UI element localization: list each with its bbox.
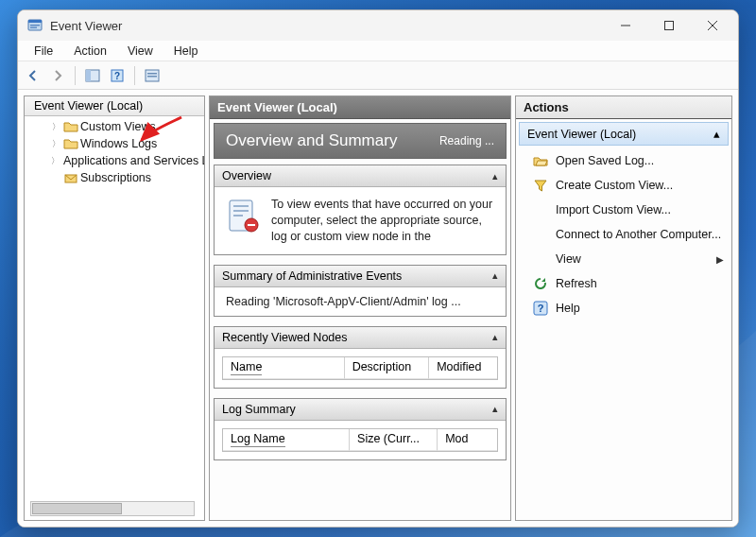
svg-rect-20 <box>233 210 249 212</box>
event-viewer-window: Event Viewer File Action View Help ? Eve… <box>17 9 739 528</box>
menubar: File Action View Help <box>18 41 738 61</box>
col-size[interactable]: Size (Curr... <box>350 429 438 451</box>
menu-help[interactable]: Help <box>163 41 209 61</box>
svg-text:?: ? <box>538 303 544 314</box>
section-admin-summary: Summary of Administrative Events ▴ Readi… <box>214 265 507 317</box>
action-label: Refresh <box>556 277 597 290</box>
menu-action[interactable]: Action <box>63 41 117 61</box>
collapse-icon[interactable]: ▴ <box>492 269 498 282</box>
action-label: Connect to Another Computer... <box>556 228 721 241</box>
close-button[interactable] <box>691 10 734 41</box>
section-header[interactable]: Overview ▴ <box>215 165 506 187</box>
tree-item-custom-views[interactable]: 〉 Custom Views <box>25 118 204 135</box>
tree-root[interactable]: Event Viewer (Local) <box>25 96 204 116</box>
folder-open-icon <box>533 153 548 168</box>
toolbar: ? <box>18 61 738 90</box>
section-header[interactable]: Summary of Administrative Events ▴ <box>215 266 506 287</box>
svg-rect-23 <box>248 224 255 226</box>
overview-info-icon <box>224 197 262 234</box>
col-modified[interactable]: Modified <box>429 357 497 379</box>
actions-header: Actions <box>516 96 731 119</box>
section-recent-nodes: Recently Viewed Nodes ▴ Name Description… <box>214 326 507 389</box>
minimize-button[interactable] <box>604 10 647 41</box>
section-log-summary: Log Summary ▴ Log Name Size (Curr... Mod <box>214 398 507 460</box>
section-title: Summary of Administrative Events <box>222 269 402 283</box>
recent-nodes-table: Name Description Modified <box>222 356 498 380</box>
expand-icon[interactable]: 〉 <box>51 155 60 167</box>
horizontal-scrollbar[interactable] <box>30 501 195 516</box>
action-help[interactable]: ? Help <box>516 296 731 320</box>
action-label: Create Custom View... <box>556 179 673 192</box>
action-connect-computer[interactable]: Connect to Another Computer... <box>516 222 731 247</box>
subscriptions-icon <box>63 170 78 185</box>
svg-rect-13 <box>147 73 157 75</box>
collapse-icon[interactable]: ▴ <box>492 403 498 415</box>
svg-rect-3 <box>30 27 37 28</box>
maximize-button[interactable] <box>647 10 691 41</box>
console-tree-panel: Event Viewer (Local) 〉 Custom Views 〉 Wi… <box>24 95 205 521</box>
details-header: Event Viewer (Local) <box>210 96 510 119</box>
admin-summary-text: Reading 'Microsoft-AppV-Client/Admin' lo… <box>226 295 461 308</box>
section-header[interactable]: Recently Viewed Nodes ▴ <box>215 327 506 349</box>
action-open-saved-log[interactable]: Open Saved Log... <box>516 148 731 173</box>
section-title: Recently Viewed Nodes <box>222 331 347 344</box>
blank-icon <box>533 227 548 242</box>
action-label: Open Saved Log... <box>556 154 654 167</box>
col-name[interactable]: Name <box>223 357 345 379</box>
overview-title: Overview and Summary <box>226 131 397 150</box>
action-create-custom-view[interactable]: Create Custom View... <box>516 173 731 198</box>
svg-rect-5 <box>665 22 674 30</box>
action-import-custom-view[interactable]: Import Custom View... <box>516 198 731 222</box>
log-summary-table: Log Name Size (Curr... Mod <box>222 428 498 452</box>
section-header[interactable]: Log Summary ▴ <box>215 399 506 421</box>
details-panel: Event Viewer (Local) Overview and Summar… <box>209 95 511 521</box>
tree-item-subscriptions[interactable]: 〉 Subscriptions <box>25 169 204 186</box>
col-log-name[interactable]: Log Name <box>223 429 350 451</box>
tree-item-label: Applications and Services Logs <box>63 154 204 167</box>
back-button[interactable] <box>22 64 44 87</box>
section-overview: Overview ▴ To view events that have occu… <box>214 165 507 255</box>
section-title: Log Summary <box>222 403 296 416</box>
tree-item-label: Windows Logs <box>80 137 157 150</box>
window-title: Event Viewer <box>50 19 122 33</box>
properties-button[interactable] <box>141 64 163 87</box>
tree-root-label: Event Viewer (Local) <box>34 99 143 113</box>
help-icon: ? <box>533 301 548 316</box>
svg-rect-2 <box>30 25 40 26</box>
chevron-right-icon: ▶ <box>716 254 724 265</box>
overview-status: Reading ... <box>439 134 494 147</box>
forward-button[interactable] <box>46 64 69 87</box>
svg-rect-14 <box>147 76 157 78</box>
actions-group-header[interactable]: Event Viewer (Local) ▴ <box>519 122 729 146</box>
section-title: Overview <box>222 169 271 182</box>
blank-icon <box>533 251 548 267</box>
menu-file[interactable]: File <box>24 41 63 61</box>
collapse-icon[interactable]: ▴ <box>713 127 720 141</box>
menu-view[interactable]: View <box>117 41 163 61</box>
show-hide-tree-button[interactable] <box>81 64 104 87</box>
actions-panel: Actions Event Viewer (Local) ▴ Open Save… <box>515 95 732 521</box>
toolbar-separator <box>134 66 135 85</box>
expand-icon[interactable]: 〉 <box>51 121 61 133</box>
col-description[interactable]: Description <box>345 357 430 379</box>
action-label: Help <box>556 302 580 315</box>
app-icon <box>27 18 43 33</box>
titlebar[interactable]: Event Viewer <box>18 10 738 41</box>
svg-rect-19 <box>233 205 249 207</box>
svg-rect-9 <box>86 70 91 81</box>
tree-item-windows-logs[interactable]: 〉 Windows Logs <box>25 135 204 152</box>
col-mod[interactable]: Mod <box>438 429 497 451</box>
collapse-icon[interactable]: ▴ <box>492 331 498 343</box>
svg-rect-1 <box>28 20 42 23</box>
folder-icon <box>63 136 78 151</box>
action-refresh[interactable]: Refresh <box>516 271 731 296</box>
collapse-icon[interactable]: ▴ <box>492 170 498 182</box>
action-view-submenu[interactable]: View ▶ <box>516 247 731 271</box>
blank-icon <box>533 202 548 217</box>
help-button[interactable]: ? <box>106 64 129 87</box>
tree-item-label: Subscriptions <box>80 171 151 184</box>
overview-banner: Overview and Summary Reading ... <box>214 123 507 159</box>
tree-item-apps-services-logs[interactable]: 〉 Applications and Services Logs <box>25 152 204 169</box>
tree-item-label: Custom Views <box>80 120 156 133</box>
expand-icon[interactable]: 〉 <box>51 138 61 150</box>
